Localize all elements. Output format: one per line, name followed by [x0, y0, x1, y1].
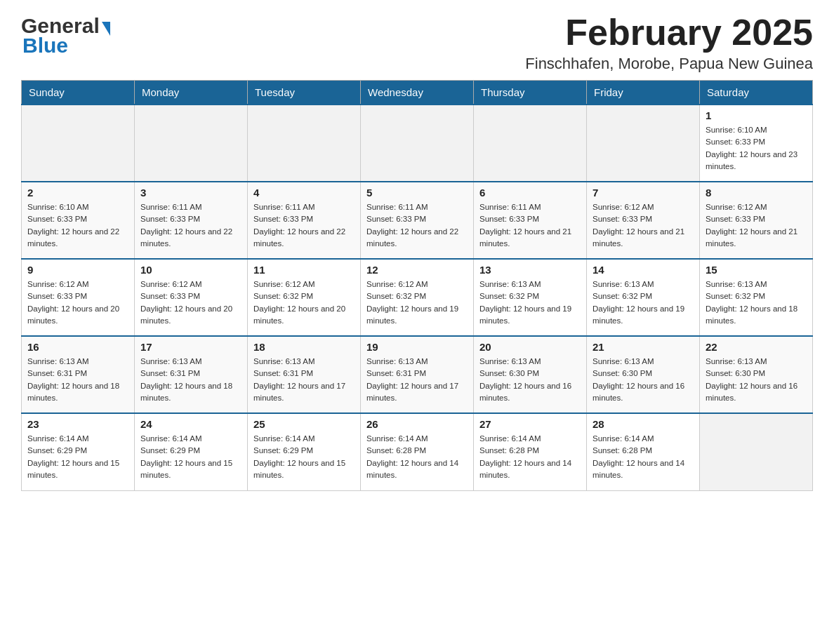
- calendar-cell: 16Sunrise: 6:13 AMSunset: 6:31 PMDayligh…: [22, 336, 135, 413]
- day-info: Sunrise: 6:13 AMSunset: 6:31 PMDaylight:…: [27, 356, 128, 404]
- day-number: 26: [366, 418, 468, 430]
- day-number: 1: [706, 109, 807, 121]
- day-number: 22: [706, 341, 807, 353]
- day-info: Sunrise: 6:12 AMSunset: 6:32 PMDaylight:…: [366, 279, 468, 327]
- day-of-week-header: Thursday: [474, 81, 587, 105]
- day-info: Sunrise: 6:12 AMSunset: 6:33 PMDaylight:…: [706, 201, 807, 250]
- day-number: 2: [27, 187, 128, 199]
- calendar-cell: 26Sunrise: 6:14 AMSunset: 6:28 PMDayligh…: [361, 413, 474, 490]
- calendar-cell: 4Sunrise: 6:11 AMSunset: 6:33 PMDaylight…: [248, 182, 361, 259]
- day-number: 12: [366, 264, 468, 276]
- day-number: 18: [253, 341, 355, 353]
- calendar-cell: 27Sunrise: 6:14 AMSunset: 6:28 PMDayligh…: [474, 413, 587, 490]
- calendar-cell: 23Sunrise: 6:14 AMSunset: 6:29 PMDayligh…: [22, 413, 135, 490]
- day-info: Sunrise: 6:14 AMSunset: 6:28 PMDaylight:…: [366, 433, 468, 481]
- calendar-cell: 15Sunrise: 6:13 AMSunset: 6:32 PMDayligh…: [700, 259, 813, 336]
- day-number: 17: [140, 341, 241, 353]
- day-info: Sunrise: 6:13 AMSunset: 6:31 PMDaylight:…: [366, 356, 468, 404]
- day-of-week-header: Sunday: [22, 81, 135, 105]
- day-number: 5: [366, 187, 468, 199]
- calendar-cell: 6Sunrise: 6:11 AMSunset: 6:33 PMDaylight…: [474, 182, 587, 259]
- calendar-cell: 19Sunrise: 6:13 AMSunset: 6:31 PMDayligh…: [361, 336, 474, 413]
- calendar-cell: 17Sunrise: 6:13 AMSunset: 6:31 PMDayligh…: [135, 336, 248, 413]
- day-info: Sunrise: 6:13 AMSunset: 6:30 PMDaylight:…: [593, 356, 694, 404]
- day-number: 9: [27, 264, 128, 276]
- day-of-week-header: Friday: [587, 81, 700, 105]
- calendar-week-row: 23Sunrise: 6:14 AMSunset: 6:29 PMDayligh…: [22, 413, 813, 490]
- calendar-cell: [248, 105, 361, 182]
- calendar-cell: [22, 105, 135, 182]
- calendar-cell: 28Sunrise: 6:14 AMSunset: 6:28 PMDayligh…: [587, 413, 700, 490]
- day-number: 6: [479, 187, 581, 199]
- calendar-cell: 12Sunrise: 6:12 AMSunset: 6:32 PMDayligh…: [361, 259, 474, 336]
- day-number: 20: [479, 341, 581, 353]
- calendar-week-row: 16Sunrise: 6:13 AMSunset: 6:31 PMDayligh…: [22, 336, 813, 413]
- location-title: Finschhafen, Morobe, Papua New Guinea: [525, 55, 813, 73]
- calendar-cell: 10Sunrise: 6:12 AMSunset: 6:33 PMDayligh…: [135, 259, 248, 336]
- day-info: Sunrise: 6:13 AMSunset: 6:32 PMDaylight:…: [479, 279, 581, 327]
- day-number: 16: [27, 341, 128, 353]
- logo: General Blue: [21, 14, 110, 58]
- day-info: Sunrise: 6:11 AMSunset: 6:33 PMDaylight:…: [253, 201, 355, 250]
- day-number: 13: [479, 264, 581, 276]
- day-number: 15: [706, 264, 807, 276]
- day-of-week-header: Tuesday: [248, 81, 361, 105]
- calendar-cell: 5Sunrise: 6:11 AMSunset: 6:33 PMDaylight…: [361, 182, 474, 259]
- day-info: Sunrise: 6:10 AMSunset: 6:33 PMDaylight:…: [706, 124, 807, 173]
- calendar-cell: [361, 105, 474, 182]
- day-number: 8: [706, 187, 807, 199]
- calendar-header-row: SundayMondayTuesdayWednesdayThursdayFrid…: [22, 81, 813, 105]
- calendar-cell: 7Sunrise: 6:12 AMSunset: 6:33 PMDaylight…: [587, 182, 700, 259]
- day-info: Sunrise: 6:14 AMSunset: 6:29 PMDaylight:…: [27, 433, 128, 481]
- logo-triangle-icon: [102, 22, 110, 36]
- day-of-week-header: Wednesday: [361, 81, 474, 105]
- calendar-week-row: 9Sunrise: 6:12 AMSunset: 6:33 PMDaylight…: [22, 259, 813, 336]
- day-number: 3: [140, 187, 241, 199]
- calendar-cell: 20Sunrise: 6:13 AMSunset: 6:30 PMDayligh…: [474, 336, 587, 413]
- day-of-week-header: Monday: [135, 81, 248, 105]
- day-info: Sunrise: 6:13 AMSunset: 6:32 PMDaylight:…: [706, 279, 807, 327]
- day-info: Sunrise: 6:13 AMSunset: 6:30 PMDaylight:…: [479, 356, 581, 404]
- day-info: Sunrise: 6:11 AMSunset: 6:33 PMDaylight:…: [479, 201, 581, 250]
- day-number: 7: [593, 187, 694, 199]
- day-info: Sunrise: 6:13 AMSunset: 6:32 PMDaylight:…: [593, 279, 694, 327]
- calendar-cell: 21Sunrise: 6:13 AMSunset: 6:30 PMDayligh…: [587, 336, 700, 413]
- day-info: Sunrise: 6:14 AMSunset: 6:29 PMDaylight:…: [140, 433, 241, 481]
- day-info: Sunrise: 6:11 AMSunset: 6:33 PMDaylight:…: [366, 201, 468, 250]
- page-header: General Blue February 2025 Finschhafen, …: [21, 14, 813, 73]
- calendar-cell: 1Sunrise: 6:10 AMSunset: 6:33 PMDaylight…: [700, 105, 813, 182]
- calendar-week-row: 2Sunrise: 6:10 AMSunset: 6:33 PMDaylight…: [22, 182, 813, 259]
- calendar-cell: [135, 105, 248, 182]
- day-number: 11: [253, 264, 355, 276]
- day-info: Sunrise: 6:13 AMSunset: 6:30 PMDaylight:…: [706, 356, 807, 404]
- day-number: 4: [253, 187, 355, 199]
- calendar-cell: [700, 413, 813, 490]
- day-number: 28: [593, 418, 694, 430]
- calendar-cell: 25Sunrise: 6:14 AMSunset: 6:29 PMDayligh…: [248, 413, 361, 490]
- calendar-cell: 2Sunrise: 6:10 AMSunset: 6:33 PMDaylight…: [22, 182, 135, 259]
- calendar-cell: 8Sunrise: 6:12 AMSunset: 6:33 PMDaylight…: [700, 182, 813, 259]
- calendar-cell: 9Sunrise: 6:12 AMSunset: 6:33 PMDaylight…: [22, 259, 135, 336]
- day-number: 23: [27, 418, 128, 430]
- day-number: 21: [593, 341, 694, 353]
- day-info: Sunrise: 6:12 AMSunset: 6:32 PMDaylight:…: [253, 279, 355, 327]
- calendar-cell: 18Sunrise: 6:13 AMSunset: 6:31 PMDayligh…: [248, 336, 361, 413]
- day-info: Sunrise: 6:10 AMSunset: 6:33 PMDaylight:…: [27, 201, 128, 250]
- day-info: Sunrise: 6:14 AMSunset: 6:29 PMDaylight:…: [253, 433, 355, 481]
- day-number: 27: [479, 418, 581, 430]
- calendar-cell: 22Sunrise: 6:13 AMSunset: 6:30 PMDayligh…: [700, 336, 813, 413]
- day-number: 19: [366, 341, 468, 353]
- calendar-cell: 24Sunrise: 6:14 AMSunset: 6:29 PMDayligh…: [135, 413, 248, 490]
- calendar-cell: 14Sunrise: 6:13 AMSunset: 6:32 PMDayligh…: [587, 259, 700, 336]
- day-number: 14: [593, 264, 694, 276]
- day-info: Sunrise: 6:13 AMSunset: 6:31 PMDaylight:…: [140, 356, 241, 404]
- day-info: Sunrise: 6:13 AMSunset: 6:31 PMDaylight:…: [253, 356, 355, 404]
- calendar-cell: [587, 105, 700, 182]
- title-area: February 2025 Finschhafen, Morobe, Papua…: [525, 14, 813, 73]
- calendar-cell: 3Sunrise: 6:11 AMSunset: 6:33 PMDaylight…: [135, 182, 248, 259]
- day-number: 25: [253, 418, 355, 430]
- day-info: Sunrise: 6:14 AMSunset: 6:28 PMDaylight:…: [479, 433, 581, 481]
- month-title: February 2025: [525, 14, 813, 51]
- logo-blue-text: Blue: [22, 34, 68, 58]
- day-number: 10: [140, 264, 241, 276]
